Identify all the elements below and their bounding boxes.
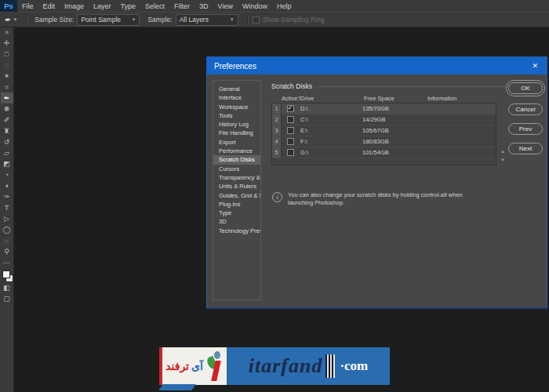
table-row[interactable]: 3 E:\ 105/67GB [272, 125, 496, 136]
menu-item[interactable]: Layer [89, 2, 116, 10]
menu-item[interactable]: Image [60, 2, 89, 10]
shape-tool-icon[interactable]: ◯ [1, 224, 13, 235]
sidebar-item[interactable]: Transparency & Gamut [213, 173, 260, 182]
edit-toolbar-icon[interactable]: ⋯ [1, 257, 13, 268]
close-icon[interactable] [530, 62, 540, 70]
menu-item[interactable]: Select [140, 2, 169, 10]
active-checkbox[interactable] [287, 116, 294, 123]
sidebar-item[interactable]: 3D [213, 217, 260, 226]
gradient-tool-icon[interactable]: ◩ [1, 158, 13, 169]
clone-stamp-tool-icon[interactable]: ♜ [1, 125, 13, 136]
foreground-color-swatch[interactable] [2, 270, 10, 278]
sidebar-item[interactable]: Type [213, 209, 260, 217]
scratch-disks-panel: Scratch Disks Active?DriveFree SpaceInfo… [267, 80, 504, 300]
note-row: You can also change your scratch disks b… [272, 191, 504, 206]
note-text: You can also change your scratch disks b… [288, 191, 484, 206]
crop-tool-icon[interactable]: ⌗ [1, 82, 13, 93]
sidebar-item[interactable]: Cursors [213, 165, 260, 173]
sidebar-item[interactable]: History Log [213, 120, 260, 129]
watermark-logo: itarfand ·com [227, 347, 390, 385]
next-button[interactable]: Next [508, 143, 543, 154]
screen-mode-icon[interactable]: ▢ [1, 293, 13, 304]
info-icon [272, 192, 282, 202]
menu-item[interactable]: Window [238, 2, 272, 10]
path-selection-tool-icon[interactable]: ▷ [1, 213, 13, 224]
history-brush-tool-icon[interactable]: ↺ [1, 136, 13, 147]
sidebar-item[interactable]: File Handling [213, 129, 260, 137]
quick-selection-tool-icon[interactable]: ✶ [1, 71, 13, 82]
active-checkbox[interactable] [287, 138, 294, 145]
photoshop-logo: Ps [0, 0, 17, 12]
sidebar-item[interactable]: Plug-Ins [213, 200, 260, 209]
sidebar-item[interactable]: Scratch Disks [213, 155, 260, 164]
ok-button[interactable]: OK [508, 82, 543, 94]
arrow-down-icon[interactable]: ▼ [500, 158, 505, 162]
active-checkbox[interactable] [287, 105, 294, 112]
options-bar: ✒ ▼ Sample Size: Point Sample ▼ Sample: … [0, 12, 549, 27]
sidebar-item[interactable]: Workspace [213, 103, 260, 111]
healing-brush-tool-icon[interactable]: ❋ [1, 103, 13, 114]
drive-cell: D:\ [299, 105, 362, 112]
free-space-cell: 14/29GB [362, 116, 426, 123]
tool-preset-picker[interactable]: ✒ ▼ [0, 16, 22, 24]
eyedropper-tool-icon[interactable]: ✒ [1, 93, 13, 103]
color-swatches[interactable] [1, 270, 13, 282]
show-sampling-ring-label: Show Sampling Ring [263, 16, 325, 24]
show-sampling-ring-checkbox[interactable]: Show Sampling Ring [253, 16, 325, 24]
sidebar-item[interactable]: Units & Rulers [213, 182, 260, 191]
blur-tool-icon[interactable]: ◔ [1, 169, 13, 180]
sample-select[interactable]: All Layers ▼ [176, 14, 238, 26]
sidebar-item[interactable]: Tools [213, 111, 260, 120]
menu-item[interactable]: 3D [195, 2, 213, 10]
menu-item[interactable]: Edit [38, 2, 60, 10]
menu-item[interactable]: Filter [169, 2, 195, 10]
active-checkbox[interactable] [287, 127, 294, 134]
table-row[interactable]: 4 F:\ 180/83GB [272, 136, 496, 147]
free-space-cell: 101/54GB [362, 149, 426, 156]
scratch-disks-table: 1 D:\ 135/70GB 2 C:\ 14/29GB 3 E:\ 105/6… [271, 103, 496, 165]
group-title: Scratch Disks [271, 82, 312, 90]
dialog-buttons: OKCancelPrevNext [508, 82, 543, 154]
tool-list: »✛□◌✶⌗✒❋✐♜↺▱◩◔◖✑T▷◯☞⚲⋯ [1, 27, 13, 268]
move-tool-icon[interactable]: ✛ [1, 38, 13, 49]
lasso-tool-icon[interactable]: ◌ [1, 60, 13, 71]
quick-mask-icon[interactable]: ◧ [1, 282, 13, 293]
sidebar-item[interactable]: Export [213, 138, 260, 147]
marquee-tool-icon[interactable]: □ [1, 49, 13, 60]
arrow-up-icon[interactable]: ▲ [500, 149, 505, 154]
active-checkbox[interactable] [287, 149, 294, 156]
dialog-title: Preferences [214, 62, 256, 71]
free-space-cell: 105/67GB [362, 127, 426, 134]
table-row[interactable]: 1 D:\ 135/70GB [272, 103, 496, 114]
brush-tool-icon[interactable]: ✐ [1, 114, 13, 125]
menu-item[interactable]: Type [116, 2, 141, 10]
chevron-down-icon: ▼ [13, 17, 17, 22]
sidebar-item[interactable]: Interface [213, 93, 260, 102]
eraser-tool-icon[interactable]: ▱ [1, 147, 13, 158]
column-header: Information [427, 95, 496, 102]
pen-tool-icon[interactable]: ✑ [1, 191, 13, 202]
zoom-tool-icon[interactable]: ⚲ [1, 246, 13, 257]
type-tool-icon[interactable]: T [1, 202, 13, 213]
sidebar-item[interactable]: Technology Previews [213, 227, 260, 235]
table-row[interactable]: 5 G:\ 101/54GB [272, 147, 496, 158]
table-row[interactable]: 2 C:\ 14/29GB [272, 114, 496, 125]
hand-tool-icon[interactable]: ☞ [1, 235, 13, 246]
sidebar-item[interactable]: Performance [213, 147, 260, 155]
sample-label: Sample: [147, 16, 172, 24]
tools-panel: »✛□◌✶⌗✒❋✐♜↺▱◩◔◖✑T▷◯☞⚲⋯ ◧ ▢ [0, 26, 14, 392]
sidebar-item[interactable]: General [213, 85, 260, 93]
column-header: Drive [299, 95, 364, 102]
menu-item[interactable]: File [17, 2, 38, 10]
dodge-tool-icon[interactable]: ◖ [1, 180, 13, 191]
cancel-button[interactable]: Cancel [508, 103, 543, 115]
sample-size-label: Sample Size: [35, 16, 74, 24]
prev-button[interactable]: Prev [508, 123, 543, 135]
collapse-toolbar-icon[interactable]: » [1, 27, 13, 38]
sample-size-select[interactable]: Point Sample ▼ [77, 14, 140, 26]
menu-item[interactable]: Help [272, 2, 296, 10]
sidebar-item[interactable]: Guides, Grid & Slices [213, 191, 260, 200]
eyedropper-icon: ✒ [5, 16, 11, 24]
menu-item[interactable]: View [213, 2, 238, 10]
person-leaf-icon [206, 347, 227, 385]
